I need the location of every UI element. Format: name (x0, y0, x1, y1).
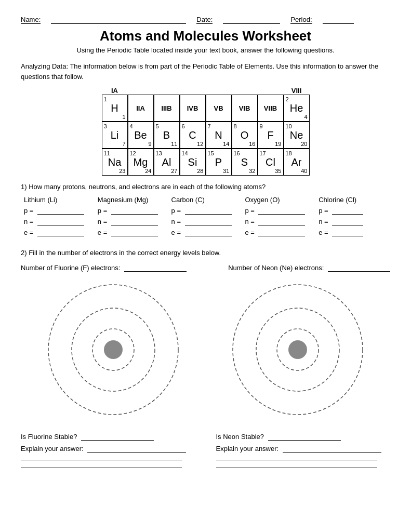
atom-name-O: Oxygen (O) (245, 196, 313, 204)
neon-stable-text: Is Neon Stable? (216, 433, 391, 441)
fluorine-bohr-svg (41, 277, 186, 422)
element-H: 1 H 1 (102, 95, 128, 122)
q2-text: 2) Fill in the number of electrons in th… (21, 249, 390, 257)
pt-row-2: 11 Na 23 12 Mg 24 13 Al 27 14 Si 28 15 P (102, 149, 310, 176)
atom-col-Mg: Magnesium (Mg) p = n = e = (96, 196, 168, 240)
atoms-table: Lithium (Li) p = n = e = Magnesium (Mg) … (21, 195, 390, 241)
periodic-table-section: IA VIII 1 H 1 IIA IIIB IVB VB VIB VIIB (21, 87, 390, 176)
neon-explain-fill (283, 452, 381, 453)
atom-names-row: Lithium (Li) p = n = e = Magnesium (Mg) … (22, 196, 389, 240)
date-label: Date: (196, 16, 213, 24)
bohr-diagrams-row (21, 277, 390, 422)
fluorine-stability-col: Is Fluorine Stable? Explain your answer: (21, 433, 195, 468)
fill-O-n (258, 225, 305, 225)
fill-Mg-p (111, 214, 158, 215)
fill-row-Mg-n: n = (98, 218, 166, 225)
element-S: 16 S 32 (232, 149, 258, 176)
fill-row-Cl-p: p = (319, 207, 387, 215)
neon-electrons-label: Number of Neon (Ne) electrons: (228, 264, 390, 272)
symbol-H: H (111, 102, 118, 114)
group-IIIB: IIIB (154, 95, 180, 122)
q1-body: How many protons, neutrons, and electron… (29, 183, 266, 191)
atom-col-O: Oxygen (O) p = n = e = (243, 196, 315, 240)
atom-name-Cl: Chlorine (Cl) (319, 196, 387, 204)
symbol-He: He (290, 102, 303, 114)
neon-stability-col: Is Neon Stable? Explain your answer: (216, 433, 391, 468)
element-P: 15 P 31 (206, 149, 232, 176)
fill-Mg-n (111, 225, 158, 225)
main-title: Atoms and Molecules Worksheet (21, 28, 390, 44)
fluorine-stable-text: Is Fluorine Stable? (21, 433, 195, 441)
fill-row-O-e: e = (245, 229, 313, 236)
fill-Li-n (37, 225, 84, 225)
neon-explain-text: Explain your answer: (216, 445, 391, 453)
period-label: Period: (290, 16, 312, 24)
q1-text: 1) How many protons, neutrons, and elect… (21, 183, 390, 191)
element-Al: 13 Al 27 (154, 149, 180, 176)
fill-C-n (185, 225, 232, 225)
element-N: 7 N 14 (206, 122, 232, 149)
fill-Mg-e (111, 236, 158, 236)
header-line: Name: Date: Period: (21, 16, 390, 24)
q1-number: 1) (21, 183, 27, 191)
fill-row-O-n: n = (245, 218, 313, 225)
fill-O-p (258, 214, 305, 215)
q2-number: 2) (21, 249, 27, 257)
fill-row-Li-p: p = (24, 207, 92, 215)
fluorine-bohr-diagram (41, 277, 186, 422)
q2-body: Fill in the number of electrons in the c… (29, 249, 221, 257)
pt-grid: 1 H 1 IIA IIIB IVB VB VIB VIIB 2 He 4 3 … (102, 95, 310, 176)
stability-row: Is Fluorine Stable? Explain your answer:… (21, 433, 390, 468)
atom-col-C: Carbon (C) p = n = e = (169, 196, 242, 240)
element-Si: 14 Si 28 (180, 149, 206, 176)
fill-O-e (258, 236, 305, 236)
fill-C-e (185, 236, 232, 236)
atom-col-Li: Lithium (Li) p = n = e = (22, 196, 95, 240)
date-line (223, 16, 280, 24)
svg-point-7 (288, 340, 307, 359)
group-IVB: IVB (180, 95, 206, 122)
mass-H: 1 (122, 114, 125, 120)
pt-row-0: 1 H 1 IIA IIIB IVB VB VIB VIIB 2 He 4 (102, 95, 310, 122)
fill-row-Cl-n: n = (319, 218, 387, 225)
element-F: 9 F 19 (258, 122, 284, 149)
fill-Cl-p (332, 214, 363, 215)
element-Ar: 18 Ar 40 (284, 149, 310, 176)
atomic-num-He: 2 (286, 96, 289, 102)
element-B: 5 B 11 (154, 122, 180, 149)
gh-VIII: VIII (284, 87, 310, 95)
fill-Cl-n (332, 225, 363, 225)
group-VIB: VIB (232, 95, 258, 122)
group-headers-top: IA VIII (102, 87, 310, 95)
neon-line-1 (216, 460, 377, 460)
neon-stable-fill (268, 440, 341, 441)
element-Ne: 10 Ne 20 (284, 122, 310, 149)
element-He: 2 He 4 (284, 95, 310, 122)
element-Cl: 17 Cl 35 (258, 149, 284, 176)
fill-row-C-n: n = (171, 218, 240, 225)
fill-row-Cl-e: e = (319, 229, 387, 236)
element-C: 6 C 12 (180, 122, 206, 149)
group-VIIB: VIIB (258, 95, 284, 122)
element-Be: 4 Be 9 (128, 122, 154, 149)
element-O: 8 O 16 (232, 122, 258, 149)
fill-row-C-e: e = (171, 229, 240, 236)
neon-electrons-fill (328, 271, 390, 272)
fluorine-electrons-fill (124, 271, 187, 272)
fluorine-explain-fill (87, 452, 186, 453)
fill-row-O-p: p = (245, 207, 313, 215)
fluorine-stable-fill (81, 440, 154, 441)
group-VB: VB (206, 95, 232, 122)
subtitle: Using the Periodic Table located inside … (21, 46, 390, 54)
atom-name-C: Carbon (C) (171, 196, 240, 204)
name-label: Name: (21, 16, 41, 24)
fluorine-line-2 (21, 468, 182, 468)
element-Na: 11 Na 23 (102, 149, 128, 176)
neon-bohr-svg (225, 277, 370, 422)
gh-IA: IA (102, 87, 128, 95)
fill-row-Li-e: e = (24, 229, 92, 236)
question-1-section: 1) How many protons, neutrons, and elect… (21, 183, 390, 241)
atom-name-Mg: Magnesium (Mg) (98, 196, 166, 204)
element-Mg: 12 Mg 24 (128, 149, 154, 176)
group-IIA: IIA (128, 95, 154, 122)
